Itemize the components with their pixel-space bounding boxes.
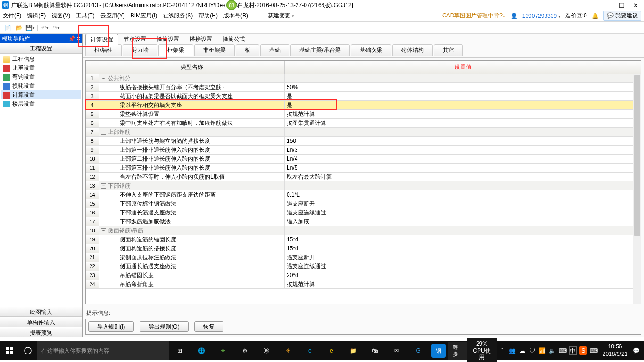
row-value[interactable]: 遇支座连续通过: [285, 262, 641, 271]
grid-row[interactable]: 1−公共部分: [86, 74, 641, 83]
maximize-button[interactable]: ☐: [619, 2, 625, 9]
tab1-1[interactable]: 节点设置: [118, 33, 151, 45]
bell-icon[interactable]: 🔔: [592, 13, 599, 19]
sidebar-item-4[interactable]: 计算设置: [1, 90, 81, 99]
grid-row[interactable]: 11上部第三排非通长筋伸入跨内的长度Ln/5: [86, 164, 641, 173]
notification-badge[interactable]: 68: [226, 0, 237, 10]
menu-item-5[interactable]: BIM应用(I): [131, 12, 157, 19]
import-rules-button[interactable]: 导入规则(I): [88, 321, 134, 332]
row-value[interactable]: 遇支座断开: [285, 199, 641, 208]
sidebar-item-1[interactable]: 比重设置: [1, 64, 81, 73]
grid-row[interactable]: 4梁以平行相交的墙为支座是: [86, 101, 641, 110]
row-value[interactable]: Ln/3: [285, 146, 641, 154]
redo-icon[interactable]: ↷: [51, 23, 61, 33]
row-value[interactable]: Ln/4: [285, 155, 641, 163]
sidebar-bottom-0[interactable]: 绘图输入: [0, 306, 82, 317]
row-value[interactable]: 50%: [285, 83, 641, 91]
tab2-9[interactable]: 其它: [434, 44, 463, 56]
export-rules-button[interactable]: 导出规则(O): [140, 321, 188, 332]
tray-ime-icon[interactable]: ⌨: [558, 341, 568, 360]
pin-icon[interactable]: 📌: [68, 35, 75, 42]
grid-row[interactable]: 6梁中间支座处左右均有加腋时，加腋钢筋做法按图集贯通计算: [86, 119, 641, 128]
row-value[interactable]: [285, 74, 641, 82]
cad-link[interactable]: CAD草图图片管理中导?..: [442, 12, 506, 20]
taskbar-search[interactable]: 在这里输入你要搜索的内容: [37, 341, 169, 360]
grid-row[interactable]: 24吊筋弯折角度按规范计算: [86, 280, 641, 289]
menu-item-6[interactable]: 在线服务(S): [163, 12, 193, 19]
tray-cpu[interactable]: 29%CPU使用: [467, 338, 497, 362]
close-button[interactable]: ✕: [633, 2, 638, 9]
tab2-6[interactable]: 基础主梁/承台梁: [290, 44, 349, 56]
grid-row[interactable]: 8上部非通长筋与架立钢筋的搭接长度150: [86, 137, 641, 146]
collapse-icon[interactable]: −: [101, 183, 106, 189]
app-icon-7[interactable]: e: [321, 341, 342, 360]
sidebar-item-5[interactable]: 楼层设置: [1, 99, 81, 108]
menu-item-0[interactable]: 文件(F): [3, 12, 21, 19]
app-icon-12[interactable]: 钢: [431, 344, 446, 358]
row-value[interactable]: 是: [285, 101, 641, 109]
menu-item-3[interactable]: 工具(T): [76, 12, 94, 19]
row-value[interactable]: 按图集贯通计算: [285, 119, 641, 127]
app-icon-3[interactable]: ⚙: [234, 341, 256, 360]
tray-keyboard-icon[interactable]: ⌨: [588, 341, 598, 360]
row-value[interactable]: 按规范计算: [285, 110, 641, 118]
grid-row[interactable]: 12当左右跨不等时，伸入小跨内负筋的L取值取左右最大跨计算: [86, 173, 641, 181]
start-button[interactable]: [0, 341, 19, 360]
collapse-icon[interactable]: −: [101, 228, 106, 233]
cortana-icon[interactable]: [19, 341, 37, 360]
sidebar-bottom-1[interactable]: 单构件输入: [0, 317, 82, 327]
grid-row[interactable]: 10上部第二排非通长筋伸入跨内的长度Ln/4: [86, 155, 641, 164]
row-value[interactable]: Ln/5: [285, 164, 641, 172]
grid-row[interactable]: 18−侧面钢筋/吊筋: [86, 226, 641, 235]
sidebar-item-2[interactable]: 弯钩设置: [1, 73, 81, 82]
grid-row[interactable]: 15下部原位标注钢筋做法遇支座断开: [86, 199, 641, 208]
row-value[interactable]: 15*d: [285, 244, 641, 253]
taskview-icon[interactable]: ⊞: [169, 341, 190, 360]
vertical-scrollbar[interactable]: [633, 74, 641, 304]
grid-row[interactable]: 5梁垫铁计算设置按规范计算: [86, 110, 641, 119]
app-icon-2[interactable]: ✳: [212, 341, 234, 360]
tray-link[interactable]: 链接: [448, 342, 467, 360]
row-value[interactable]: 150: [285, 137, 641, 145]
sidebar-item-0[interactable]: 工程信息: [1, 55, 81, 64]
tray-volume-icon[interactable]: 🔈: [547, 341, 557, 360]
menu-item-4[interactable]: 云应用(Y): [100, 12, 125, 19]
app-icon-5[interactable]: ☀: [277, 341, 299, 360]
grid-row[interactable]: 16下部通长筋遇支座做法遇支座连续通过: [86, 208, 641, 217]
tab1-3[interactable]: 搭接设置: [184, 33, 217, 45]
app-icon-8[interactable]: 📁: [342, 341, 364, 360]
row-value[interactable]: 20*d: [285, 271, 641, 280]
row-value[interactable]: [285, 226, 641, 235]
grid-row[interactable]: 2纵筋搭接接头错开百分率（不考虑架立筋）50%: [86, 83, 641, 92]
row-value[interactable]: [285, 181, 641, 190]
sidebar-close-icon[interactable]: ×: [77, 35, 80, 42]
tab2-1[interactable]: 剪力墙: [123, 44, 157, 56]
feedback-button[interactable]: 💬 我要建议: [603, 11, 641, 21]
row-value[interactable]: 遇支座断开: [285, 253, 641, 262]
menu-item-1[interactable]: 编辑(E): [27, 12, 46, 19]
app-icon-1[interactable]: 🌐: [190, 341, 212, 360]
tray-network-icon[interactable]: 📶: [537, 341, 547, 360]
app-icon-6[interactable]: e: [299, 341, 321, 360]
menu-item-8[interactable]: 版本号(B): [223, 12, 248, 19]
grid-row[interactable]: 13−下部钢筋: [86, 181, 641, 190]
row-value[interactable]: 取左右最大跨计算: [285, 173, 641, 181]
minimize-button[interactable]: —: [604, 2, 611, 9]
save-icon[interactable]: 💾: [25, 23, 35, 33]
open-icon[interactable]: 📂: [14, 23, 24, 33]
app-icon-4[interactable]: ⓔ: [256, 341, 277, 360]
tray-notifications-icon[interactable]: 💬: [631, 341, 641, 360]
collapse-icon[interactable]: −: [101, 130, 106, 135]
tab2-8[interactable]: 砌体结构: [392, 44, 433, 56]
user-label[interactable]: 13907298339: [522, 13, 561, 19]
row-value[interactable]: 0.1*L: [285, 190, 641, 199]
row-value[interactable]: 锚入加腋: [285, 217, 641, 226]
row-value[interactable]: [285, 128, 641, 136]
menu-new-change[interactable]: 新建变更: [268, 12, 294, 20]
tray-ime2-icon[interactable]: 中: [569, 346, 577, 355]
row-value[interactable]: 遇支座连续通过: [285, 208, 641, 217]
tab2-7[interactable]: 基础次梁: [351, 44, 391, 56]
grid-row[interactable]: 23吊筋锚固长度20*d: [86, 271, 641, 280]
tray-sogou-icon[interactable]: S: [579, 346, 587, 355]
sidebar-item-3[interactable]: 损耗设置: [1, 82, 81, 90]
